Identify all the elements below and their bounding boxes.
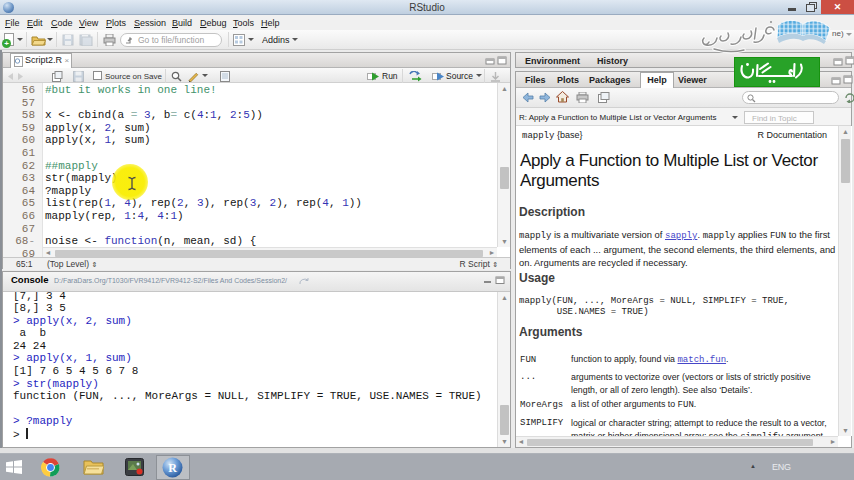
svg-text:R: R [168,461,177,475]
